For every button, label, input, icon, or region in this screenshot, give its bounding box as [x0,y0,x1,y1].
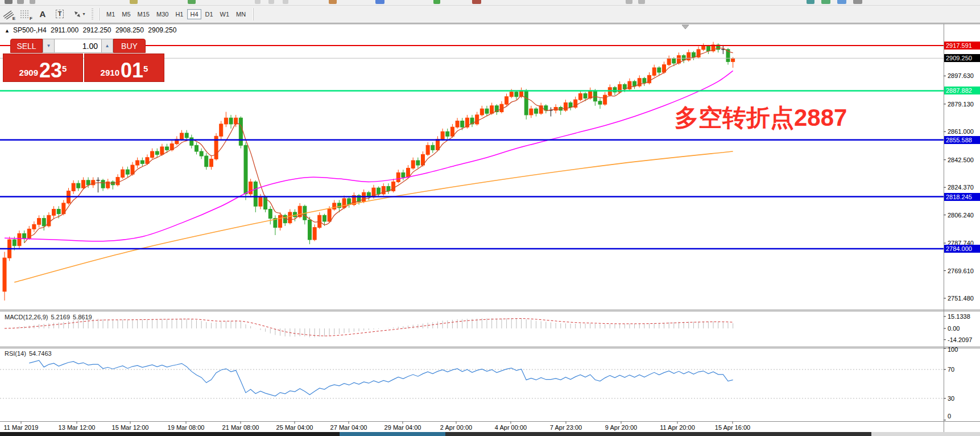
fibonacci-f-label: F [30,16,32,21]
sell-price-display[interactable]: 2909235 [3,54,83,82]
ohlc-high: 2912.250 [82,26,111,34]
chart-title: ▲SP500-,H4 2911.000 2912.250 2908.250 29… [5,26,179,34]
timeframe-button-W1[interactable]: W1 [217,9,233,19]
text-tool-button[interactable]: A [35,7,50,21]
rsi-value: 54.7463 [29,350,52,357]
buy-price-prefix: 2910 [101,65,119,80]
toolbar-clipped-icon[interactable] [821,0,830,4]
toolbar-clipped-icon[interactable] [17,0,24,4]
mt4-terminal-window: E F A T ▾ M1M5M15M30H1H4D1W1MN [0,0,980,436]
toolbar-clipped-icon[interactable] [30,0,35,4]
toolbar-clipped-icon[interactable] [188,0,196,4]
price-line-label: 2784.000 [944,245,980,253]
background-windows-strip [0,432,980,436]
toolbar-clipped-icon[interactable] [472,0,481,4]
date-tick-label: 19 Mar 08:00 [168,424,205,431]
date-tick-label: 13 Mar 12:00 [59,424,96,431]
timeframe-button-D1[interactable]: D1 [202,9,216,19]
chart-window: ▲SP500-,H4 2911.000 2912.250 2908.250 29… [0,23,980,433]
symbol-period-label: SP500-,H4 [13,26,47,34]
background-window-fragment [871,432,980,436]
collapse-triangle-icon[interactable]: ▲ [5,28,10,34]
ohlc-open: 2911.000 [51,26,78,34]
price-line-label: 2887.882 [944,87,980,94]
buy-price-sup: 5 [143,57,148,80]
one-click-trading-panel: SELL ▼ ▲ BUY 2909235 2910015 [3,39,164,82]
toolbar-clipped-icon[interactable] [5,0,13,4]
date-tick-label: 15 Apr 16:00 [715,424,750,431]
background-window-fragment [340,432,445,436]
price-line-label: 2818.245 [944,193,980,201]
timeframe-button-H4[interactable]: H4 [187,9,201,19]
channel-e-label: E [13,16,15,21]
toolbar-clipped-icon[interactable] [433,0,440,4]
equidistant-channel-tool-button[interactable]: E [1,7,16,21]
timeframe-button-M15[interactable]: M15 [135,9,152,19]
toolbar-clipped-icon[interactable] [853,0,862,4]
toolbar-clipped-icon[interactable] [130,0,138,4]
arrows-tool-button[interactable]: ▾ [69,7,89,21]
text-label-icon: T [56,10,64,18]
price-axis[interactable] [944,23,980,433]
fibonacci-tool-button[interactable]: F [18,7,33,21]
sell-price-prefix: 2909 [19,65,38,80]
toolbar-grip [92,9,93,20]
toolbar-clipped-icon[interactable] [255,0,260,4]
rsi-indicator-label: RSI(14)54.7463 [5,350,55,357]
timeframe-button-MN[interactable]: MN [233,9,249,19]
text-tool-icon: A [40,9,46,19]
rsi-name: RSI(14) [5,350,26,357]
date-tick-label: 9 Apr 20:00 [605,424,637,431]
date-tick-label: 11 Mar 2019 [4,424,39,431]
date-tick-label: 7 Apr 23:00 [550,424,582,431]
macd-name: MACD(12,26,9) [5,314,48,320]
timeframe-button-H1[interactable]: H1 [172,9,186,19]
ohlc-low: 2908.250 [115,26,144,34]
toolbar-clipped-icon[interactable] [329,0,337,4]
date-tick-label: 29 Mar 04:00 [384,424,421,431]
timeframe-button-M5[interactable]: M5 [119,9,133,19]
toolbar-separator [98,8,100,20]
date-tick-label: 4 Apr 00:00 [495,424,527,431]
timeframe-button-M1[interactable]: M1 [104,9,118,19]
date-tick-label: 15 Mar 12:00 [112,424,149,431]
chart-annotation-text: 多空转折点2887 [675,102,847,134]
date-tick-label: 11 Apr 20:00 [660,424,695,431]
ohlc-close: 2909.250 [148,26,176,34]
macd-value-signal: 5.8619 [73,314,92,320]
buy-price-big: 01 [121,61,143,80]
current-price-label: 2909.250 [944,54,980,62]
volume-increase-button[interactable]: ▲ [101,39,113,53]
buy-button[interactable]: BUY [113,39,146,53]
macd-indicator-label: MACD(12,26,9)5.21695.8619 [5,314,95,320]
sell-price-sup: 5 [62,57,67,80]
toolbar-clipped-icon[interactable] [283,0,288,4]
chart-canvas[interactable] [0,23,980,433]
timeframe-button-M30[interactable]: M30 [154,9,171,19]
date-tick-label: 2 Apr 00:00 [440,424,472,431]
price-line-label: 2855.588 [944,136,980,144]
text-label-tool-button[interactable]: T [52,7,67,21]
background-window-fragment [0,432,340,436]
background-window-fragment [445,432,871,436]
arrows-icon [73,10,82,19]
toolbar-separator [253,8,254,20]
toolbar-clipped-icon[interactable] [837,0,846,4]
volume-input[interactable] [55,39,101,53]
toolbar-clipped-icon[interactable] [375,0,384,4]
sell-button[interactable]: SELL [10,39,43,53]
volume-decrease-button[interactable]: ▼ [43,39,55,53]
toolbar-clipped-icon[interactable] [638,0,645,4]
chevron-down-icon: ▾ [82,11,85,17]
time-axis[interactable]: 11 Mar 201913 Mar 12:0015 Mar 12:0019 Ma… [0,422,944,433]
date-tick-label: 21 Mar 08:00 [222,424,259,431]
date-tick-label: 25 Mar 04:00 [276,424,313,431]
toolbar-clipped-icon[interactable] [268,0,274,4]
toolbar-clipped-icon[interactable] [626,0,632,4]
toolbar-row-clipped [0,0,980,6]
toolbar-clipped-icon[interactable] [807,0,814,4]
toolbar-row-main: E F A T ▾ M1M5M15M30H1H4D1W1MN [0,6,980,22]
buy-price-display[interactable]: 2910015 [84,54,164,82]
macd-value-main: 5.2169 [51,314,70,320]
date-tick-label: 27 Mar 04:00 [330,424,367,431]
